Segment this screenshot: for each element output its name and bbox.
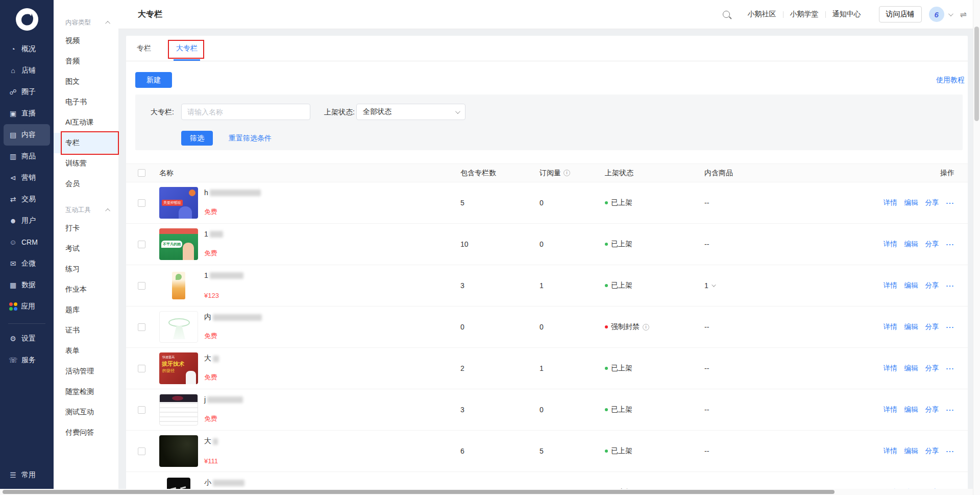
sidebar-item-服务[interactable]: ☏服务 [0, 349, 54, 371]
action-share[interactable]: 分享 [925, 198, 939, 207]
submenu-item-表单[interactable]: 表单 [54, 341, 118, 361]
action-edit[interactable]: 编辑 [904, 405, 918, 414]
submenu-item-付费问答[interactable]: 付费问答 [54, 422, 118, 443]
action-share[interactable]: 分享 [925, 240, 939, 249]
sidebar-item-圈子[interactable]: ☍圈子 [0, 81, 54, 103]
action-more[interactable]: ··· [946, 241, 955, 248]
action-detail[interactable]: 详情 [884, 322, 897, 332]
action-detail[interactable]: 详情 [884, 405, 897, 414]
action-detail[interactable]: 详情 [884, 281, 897, 290]
action-detail[interactable]: 详情 [884, 364, 897, 373]
collapse-icon[interactable] [105, 208, 110, 213]
action-more[interactable]: ··· [946, 199, 955, 207]
row-checkbox[interactable] [138, 199, 145, 207]
action-edit[interactable]: 编辑 [904, 364, 918, 373]
tab-专栏[interactable]: 专栏 [137, 36, 151, 61]
avatar[interactable]: 6 [929, 7, 944, 22]
sidebar-item-企微[interactable]: ✉企微 [0, 253, 54, 274]
action-more[interactable]: ··· [946, 365, 955, 372]
sidebar-item-常用[interactable]: ☰常用 [0, 464, 54, 486]
columns-table: 名称 包含专栏数 订阅量 i 上架状态 内含商品 操作 关爱抑郁症 [126, 163, 968, 495]
topbar-link-小鹅学堂[interactable]: 小鹅学堂 [783, 10, 825, 19]
submenu-item-打卡[interactable]: 打卡 [54, 218, 118, 239]
tab-大专栏[interactable]: 大专栏 [176, 36, 198, 61]
submenu-item-视频[interactable]: 视频 [54, 31, 118, 51]
submenu-item-电子书[interactable]: 电子书 [54, 92, 118, 112]
action-detail[interactable]: 详情 [884, 240, 897, 249]
submenu-item-作业本[interactable]: 作业本 [54, 279, 118, 300]
status-select[interactable]: 全部状态 [356, 104, 465, 120]
sidebar-item-应用[interactable]: 应用 [0, 296, 54, 317]
visit-shop-button[interactable]: 访问店铺 [879, 6, 922, 22]
row-checkbox[interactable] [138, 323, 145, 331]
row-checkbox[interactable] [138, 406, 145, 414]
filter-reset-link[interactable]: 重置筛选条件 [229, 134, 272, 143]
switch-account-icon[interactable]: ⇌ [960, 10, 967, 19]
tutorial-link[interactable]: 使用教程 [936, 76, 965, 85]
select-all-checkbox[interactable] [138, 169, 145, 177]
submenu-item-会员[interactable]: 会员 [54, 174, 118, 194]
action-share[interactable]: 分享 [925, 322, 939, 332]
sidebar-item-内容[interactable]: ▤内容 [4, 124, 50, 146]
create-button[interactable]: 新建 [135, 72, 172, 88]
status-dot [605, 284, 608, 287]
row-checkbox[interactable] [138, 447, 145, 455]
submenu-item-题库[interactable]: 题库 [54, 300, 118, 320]
sidebar-item-交易[interactable]: ⇄交易 [0, 188, 54, 210]
action-edit[interactable]: 编辑 [904, 281, 918, 290]
row-checkbox[interactable] [138, 241, 145, 248]
row-checkbox[interactable] [138, 365, 145, 372]
action-more[interactable]: ··· [946, 323, 955, 331]
search-icon[interactable] [723, 11, 730, 18]
action-share[interactable]: 分享 [925, 405, 939, 414]
chevron-down-icon[interactable] [948, 11, 953, 16]
sidebar-item-直播[interactable]: ▣直播 [0, 103, 54, 124]
submenu-item-音频[interactable]: 音频 [54, 51, 118, 72]
submenu-item-测试互动[interactable]: 测试互动 [54, 402, 118, 422]
action-edit[interactable]: 编辑 [904, 446, 918, 456]
action-share[interactable]: 分享 [925, 446, 939, 456]
action-edit[interactable]: 编辑 [904, 198, 918, 207]
action-detail[interactable]: 详情 [884, 446, 897, 456]
filter-submit-button[interactable]: 筛选 [181, 131, 213, 146]
submenu-item-证书[interactable]: 证书 [54, 320, 118, 341]
horizontal-scrollbar-thumb[interactable] [3, 490, 835, 494]
action-detail[interactable]: 详情 [884, 198, 897, 207]
sidebar-item-数据[interactable]: ▦数据 [0, 274, 54, 296]
submenu-item-专栏[interactable]: 专栏 [54, 133, 118, 153]
filter-name-label: 大专栏: [151, 104, 174, 120]
submenu-item-练习[interactable]: 练习 [54, 259, 118, 279]
sidebar-item-营销[interactable]: ⊲营销 [0, 167, 54, 188]
sidebar-item-店铺[interactable]: ⌂店铺 [0, 60, 54, 81]
submenu-item-考试[interactable]: 考试 [54, 239, 118, 259]
sidebar-item-CRM[interactable]: ☺CRM [0, 231, 54, 253]
submenu-item-图文[interactable]: 图文 [54, 72, 118, 92]
sidebar-item-商品[interactable]: ▥商品 [0, 146, 54, 167]
submenu-item-训练营[interactable]: 训练营 [54, 153, 118, 174]
action-more[interactable]: ··· [946, 282, 955, 290]
action-more[interactable]: ··· [946, 447, 955, 455]
goods-expand-icon[interactable] [712, 282, 716, 287]
primary-nav-footer: ☰常用 [0, 464, 54, 486]
status-info-icon[interactable]: i [643, 324, 649, 331]
action-edit[interactable]: 编辑 [904, 322, 918, 332]
sidebar-item-概况[interactable]: ◔概况 [0, 38, 54, 60]
topbar-link-小鹅社区[interactable]: 小鹅社区 [741, 10, 783, 19]
info-icon[interactable]: i [564, 170, 570, 176]
topbar-link-通知中心[interactable]: 通知中心 [826, 10, 868, 19]
sidebar-item-设置[interactable]: ⚙设置 [0, 328, 54, 349]
column-name-input[interactable] [181, 104, 310, 120]
collapse-icon[interactable] [105, 20, 110, 26]
submenu-item-活动管理[interactable]: 活动管理 [54, 361, 118, 382]
sidebar-item-用户[interactable]: ☻用户 [0, 210, 54, 231]
vertical-scrollbar-thumb[interactable] [974, 27, 979, 121]
action-share[interactable]: 分享 [925, 364, 939, 373]
action-edit[interactable]: 编辑 [904, 240, 918, 249]
submenu-item-AI互动课[interactable]: AI互动课 [54, 112, 118, 133]
submenu-item-随堂检测[interactable]: 随堂检测 [54, 382, 118, 402]
name-cell: 快速提高拔牙技术的捷径 大 免费 [159, 352, 460, 384]
row-checkbox[interactable] [138, 282, 145, 290]
action-share[interactable]: 分享 [925, 281, 939, 290]
action-more[interactable]: ··· [946, 406, 955, 414]
xiaoe-logo[interactable] [0, 0, 54, 38]
